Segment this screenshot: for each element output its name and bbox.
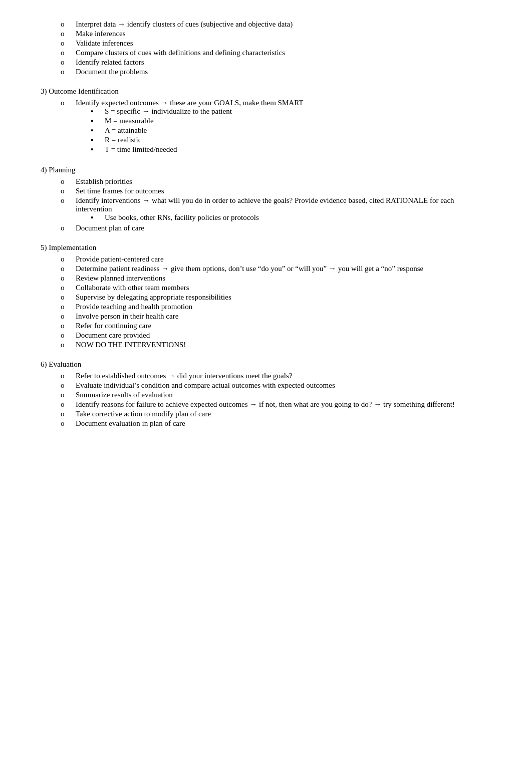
list-item: o Refer to established outcomes → did yo… bbox=[41, 372, 491, 380]
list-item: ▪ M = measurable bbox=[91, 117, 491, 125]
bullet: o bbox=[61, 68, 76, 76]
item-text: Make inferences bbox=[76, 30, 491, 38]
bullet: o bbox=[61, 177, 76, 186]
list-item: o Refer for continuing care bbox=[41, 322, 491, 330]
bullet: o bbox=[61, 196, 76, 205]
section4-header: 4) Planning bbox=[41, 166, 491, 174]
bullet: o bbox=[61, 341, 76, 349]
list-item: o Evaluate individual’s condition and co… bbox=[41, 381, 491, 390]
list-item: o Validate inferences bbox=[41, 39, 491, 48]
item-text: Provide teaching and health promotion bbox=[76, 303, 491, 311]
list-item: ▪ A = attainable bbox=[91, 126, 491, 135]
item-text: NOW DO THE INTERVENTIONS! bbox=[76, 341, 491, 349]
bullet: o bbox=[61, 419, 76, 428]
bullet: o bbox=[61, 49, 76, 57]
list-item: o NOW DO THE INTERVENTIONS! bbox=[41, 341, 491, 349]
item-text: Refer to established outcomes → did your… bbox=[76, 372, 491, 380]
list-item: o Identify expected outcomes → these are… bbox=[41, 99, 491, 155]
list-item: ▪ S = specific → individualize to the pa… bbox=[91, 107, 491, 116]
item-text: S = specific → individualize to the pati… bbox=[105, 107, 491, 116]
list-item: o Identify interventions → what will you… bbox=[41, 196, 491, 223]
item-text: Review planned interventions bbox=[76, 274, 491, 283]
bullet: o bbox=[61, 30, 76, 38]
item-text: Interpret data → identify clusters of cu… bbox=[76, 20, 491, 29]
bullet: o bbox=[61, 224, 76, 232]
item-text: Summarize results of evaluation bbox=[76, 391, 491, 399]
item-text: Identify expected outcomes → these are y… bbox=[76, 99, 491, 155]
bullet: o bbox=[61, 255, 76, 264]
list-item: ▪ T = time limited/needed bbox=[91, 145, 491, 154]
section3-list: o Identify expected outcomes → these are… bbox=[41, 99, 491, 155]
list-item: ▪ R = realistic bbox=[91, 136, 491, 144]
bullet: o bbox=[61, 381, 76, 390]
item-text: R = realistic bbox=[105, 136, 491, 144]
bullet: ▪ bbox=[91, 117, 105, 125]
bullet: o bbox=[61, 39, 76, 48]
bullet: ▪ bbox=[91, 145, 105, 154]
item-text: M = measurable bbox=[105, 117, 491, 125]
bullet: ▪ bbox=[91, 136, 105, 144]
intro-list: o Interpret data → identify clusters of … bbox=[41, 20, 491, 76]
list-item: o Document care provided bbox=[41, 331, 491, 340]
section5-list: o Provide patient-centered care o Determ… bbox=[41, 255, 491, 349]
bullet: o bbox=[61, 400, 76, 409]
item-text: Evaluate individual’s condition and comp… bbox=[76, 381, 491, 390]
item-text: Document care provided bbox=[76, 331, 491, 340]
item-text: A = attainable bbox=[105, 126, 491, 135]
item-text: Take corrective action to modify plan of… bbox=[76, 410, 491, 418]
bullet: o bbox=[61, 303, 76, 311]
bullet: o bbox=[61, 274, 76, 283]
bullet: o bbox=[61, 284, 76, 292]
item-text: Determine patient readiness → give them … bbox=[76, 265, 491, 273]
list-item: o Document evaluation in plan of care bbox=[41, 419, 491, 428]
section3-header: 3) Outcome Identification bbox=[41, 87, 491, 96]
list-item: o Supervise by delegating appropriate re… bbox=[41, 293, 491, 302]
list-item: o Review planned interventions bbox=[41, 274, 491, 283]
item-text: Use books, other RNs, facility policies … bbox=[105, 213, 491, 222]
list-item: o Identify related factors bbox=[41, 58, 491, 67]
item-text: Document evaluation in plan of care bbox=[76, 419, 491, 428]
bullet: o bbox=[61, 20, 76, 29]
bullet: o bbox=[61, 58, 76, 67]
list-item: o Document plan of care bbox=[41, 224, 491, 232]
list-item: o Take corrective action to modify plan … bbox=[41, 410, 491, 418]
item-text: Collaborate with other team members bbox=[76, 284, 491, 292]
bullet: o bbox=[61, 293, 76, 302]
list-item: o Document the problems bbox=[41, 68, 491, 76]
item-text: Identify interventions → what will you d… bbox=[76, 196, 491, 223]
bullet: o bbox=[61, 391, 76, 399]
item-text: Provide patient-centered care bbox=[76, 255, 491, 264]
list-item: o Identify reasons for failure to achiev… bbox=[41, 400, 491, 409]
item-text: Involve person in their health care bbox=[76, 312, 491, 321]
bullet: o bbox=[61, 265, 76, 273]
section4-subitems: ▪ Use books, other RNs, facility policie… bbox=[76, 213, 491, 222]
item-text: Establish priorities bbox=[76, 177, 491, 186]
item-text: T = time limited/needed bbox=[105, 145, 491, 154]
bullet: o bbox=[61, 372, 76, 380]
list-item: o Make inferences bbox=[41, 30, 491, 38]
section5-header: 5) Implementation bbox=[41, 243, 491, 252]
list-item: o Determine patient readiness → give the… bbox=[41, 265, 491, 273]
item-text: Compare clusters of cues with definition… bbox=[76, 49, 491, 57]
bullet: ▪ bbox=[91, 126, 105, 135]
bullet: o bbox=[61, 322, 76, 330]
item-text: Document the problems bbox=[76, 68, 491, 76]
bullet: ▪ bbox=[91, 107, 105, 116]
bullet: ▪ bbox=[91, 213, 105, 222]
item-text: Identify related factors bbox=[76, 58, 491, 67]
list-item: o Provide teaching and health promotion bbox=[41, 303, 491, 311]
bullet: o bbox=[61, 410, 76, 418]
item-text: Supervise by delegating appropriate resp… bbox=[76, 293, 491, 302]
page-content: o Interpret data → identify clusters of … bbox=[41, 20, 491, 428]
item-text: Identify reasons for failure to achieve … bbox=[76, 400, 491, 409]
item-text: Refer for continuing care bbox=[76, 322, 491, 330]
section6-header: 6) Evaluation bbox=[41, 360, 491, 369]
bullet: o bbox=[61, 312, 76, 321]
bullet: o bbox=[61, 187, 76, 195]
bullet: o bbox=[61, 331, 76, 340]
item-text: Validate inferences bbox=[76, 39, 491, 48]
list-item: o Summarize results of evaluation bbox=[41, 391, 491, 399]
item-text: Document plan of care bbox=[76, 224, 491, 232]
list-item: ▪ Use books, other RNs, facility policie… bbox=[91, 213, 491, 222]
section6-list: o Refer to established outcomes → did yo… bbox=[41, 372, 491, 428]
